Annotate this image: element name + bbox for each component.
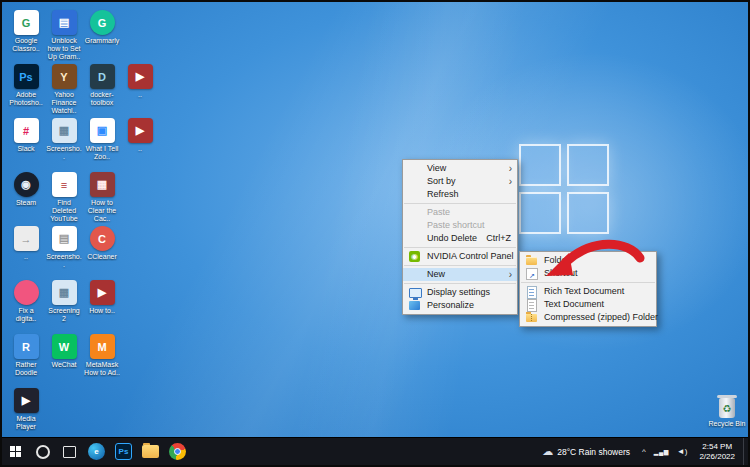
ccleaner-icon: C (90, 226, 115, 251)
taskbar: ePs ☁ 28°C Rain showers ^▂▄▆◄) 2:54 PM 2… (2, 437, 748, 465)
menu-item-paste[interactable]: Paste (403, 206, 517, 219)
nvidia-icon (409, 251, 420, 262)
system-tray: ^▂▄▆◄) (638, 447, 691, 456)
desktop-icon-label: Screening 2 (46, 307, 82, 323)
clock-time: 2:54 PM (699, 442, 735, 452)
menu-separator (404, 203, 516, 204)
menu-item-label: Rich Text Document (544, 286, 624, 296)
screenshot-doc-icon: ▤ (52, 226, 77, 251)
desktop-icon-docker-toolbox[interactable]: Ddocker-toolbox (84, 64, 120, 107)
desktop-icon-wechat[interactable]: WWeChat (46, 334, 82, 369)
desktop-icon-google-classroom[interactable]: GGoogle Classro.. (8, 10, 44, 53)
desktop-icon-slack[interactable]: #Slack (8, 118, 44, 153)
taskbar-clock[interactable]: 2:54 PM 2/26/2022 (691, 442, 743, 461)
show-desktop-button[interactable] (743, 438, 748, 465)
edge-icon: e (88, 443, 105, 460)
desktop-icon-grammarly[interactable]: GGrammarly (84, 10, 120, 45)
menu-separator (404, 247, 516, 248)
volume-icon[interactable]: ◄) (673, 447, 692, 456)
menu-item-label: New (427, 269, 445, 279)
menu-item-nvidia-control-panel[interactable]: NVIDIA Control Panel (403, 250, 517, 263)
rather-doodle-icon: R (14, 334, 39, 359)
desktop-icon-yahoo-finance[interactable]: YYahoo Finance Watchl.. (46, 64, 82, 115)
menu-item-refresh[interactable]: Refresh (403, 188, 517, 201)
desktop-icon-arrow-shortcut[interactable]: →.. (8, 226, 44, 261)
network-icon[interactable]: ▂▄▆ (650, 448, 673, 455)
desktop-icon-fix-a-digital[interactable]: Fix a digita.. (8, 280, 44, 323)
desktop-icon-how-to-clear-cache[interactable]: ▦How to Clear the Cac.. (84, 172, 120, 223)
taskbar-right: ☁ 28°C Rain showers ^▂▄▆◄) 2:54 PM 2/26/… (534, 438, 748, 465)
windows-logo-pane (567, 192, 609, 234)
metamask-icon: M (90, 334, 115, 359)
desktop-icon-rather-doodle[interactable]: RRather Doodle (8, 334, 44, 377)
wechat-icon: W (52, 334, 77, 359)
desktop-icon-label: Steam (8, 199, 44, 207)
menu-item-compressed-zipped-folder[interactable]: Compressed (zipped) Folder (520, 311, 656, 324)
desktop-icon-media-player[interactable]: ▶Media Player (8, 388, 44, 431)
desktop-icon-how-to-video[interactable]: ▶How to.. (84, 280, 120, 315)
desktop-icon-unblock-setup-doc[interactable]: ▤Unblock how to Set Up Gram.. (46, 10, 82, 61)
task-view-icon (63, 446, 76, 458)
menu-separator (404, 265, 516, 266)
desktop-icon-label: .. (122, 145, 158, 153)
desktop-icon-label: Screensho.. (46, 145, 82, 161)
taskbar-app-edge[interactable]: e (83, 438, 110, 465)
menu-item-label: Personalize (427, 300, 474, 310)
desktop-icon-screenshot-doc[interactable]: ▤Screensho.. (46, 226, 82, 269)
menu-item-rich-text-document[interactable]: Rich Text Document (520, 285, 656, 298)
desktop-icon-metamask[interactable]: MMetaMask How to Ad.. (84, 334, 120, 377)
menu-item-folder[interactable]: Folder (520, 254, 656, 267)
desktop-icon-video-shortcut-2[interactable]: ▶.. (122, 118, 158, 153)
desktop-context-menu: View›Sort by›RefreshPastePaste shortcutU… (402, 159, 518, 315)
desktop-icon-find-deleted-youtube[interactable]: ≡Find Deleted YouTube Vi.. (46, 172, 82, 224)
desktop-icon-screening-2[interactable]: ▦Screening 2 (46, 280, 82, 323)
arrow-shortcut-icon: → (14, 226, 39, 251)
menu-item-shortcut: Ctrl+Z (486, 232, 511, 245)
menu-item-text-document[interactable]: Text Document (520, 298, 656, 311)
menu-item-display-settings[interactable]: Display settings (403, 286, 517, 299)
zip-icon (526, 314, 537, 322)
desktop-icon-video-shortcut-1[interactable]: ▶.. (122, 64, 158, 99)
desktop-icon-ccleaner[interactable]: CCCleaner (84, 226, 120, 261)
desktop-icon-what-i-tell-zoom[interactable]: ▣What I Tell Zoo.. (84, 118, 120, 161)
taskbar-app-chrome[interactable] (164, 438, 191, 465)
menu-item-personalize[interactable]: Personalize (403, 299, 517, 312)
recycle-bin-label: Recycle Bin (706, 420, 748, 428)
weather-text: 28°C Rain showers (557, 447, 630, 457)
desktop-icon-label: Adobe Photosho.. (8, 91, 44, 107)
menu-item-label: Sort by (427, 176, 456, 186)
yahoo-finance-icon: Y (52, 64, 77, 89)
desktop-icon-steam[interactable]: ◉Steam (8, 172, 44, 207)
taskbar-app-file-explorer[interactable] (137, 438, 164, 465)
menu-item-view[interactable]: View› (403, 162, 517, 175)
start-button[interactable] (2, 438, 29, 465)
task-view-button[interactable] (56, 438, 83, 465)
desktop-icon-label: Yahoo Finance Watchl.. (46, 91, 82, 115)
taskbar-app-photoshop[interactable]: Ps (110, 438, 137, 465)
windows-logo-watermark (519, 144, 609, 234)
menu-item-undo-delete[interactable]: Undo DeleteCtrl+Z (403, 232, 517, 245)
hidden-icons-chevron[interactable]: ^ (638, 447, 650, 456)
desktop-icon-screenshot-4[interactable]: ▦Screensho.. (46, 118, 82, 161)
what-i-tell-zoom-icon: ▣ (90, 118, 115, 143)
menu-separator (521, 282, 655, 283)
desktop-icon-label: Media Player (8, 415, 44, 431)
taskbar-search-button[interactable] (29, 438, 56, 465)
find-deleted-youtube-icon: ≡ (52, 172, 77, 197)
taskbar-weather[interactable]: ☁ 28°C Rain showers (534, 438, 638, 465)
desktop-icon-adobe-photoshop[interactable]: PsAdobe Photosho.. (8, 64, 44, 107)
desktop-icon-label: Slack (8, 145, 44, 153)
search-icon (36, 445, 50, 459)
desktop-icon-label: .. (122, 91, 158, 99)
recycle-bin[interactable]: ♻ Recycle Bin (706, 398, 748, 428)
menu-item-label: Compressed (zipped) Folder (544, 312, 658, 322)
menu-item-sort-by[interactable]: Sort by› (403, 175, 517, 188)
menu-item-shortcut[interactable]: Shortcut (520, 267, 656, 280)
submenu-arrow-icon: › (509, 162, 512, 175)
menu-item-label: Shortcut (544, 268, 578, 278)
submenu-arrow-icon: › (509, 268, 512, 281)
steam-icon: ◉ (14, 172, 39, 197)
menu-item-new[interactable]: New› (403, 268, 517, 281)
menu-item-paste-shortcut[interactable]: Paste shortcut (403, 219, 517, 232)
recycle-bin-icon: ♻ (719, 398, 735, 418)
